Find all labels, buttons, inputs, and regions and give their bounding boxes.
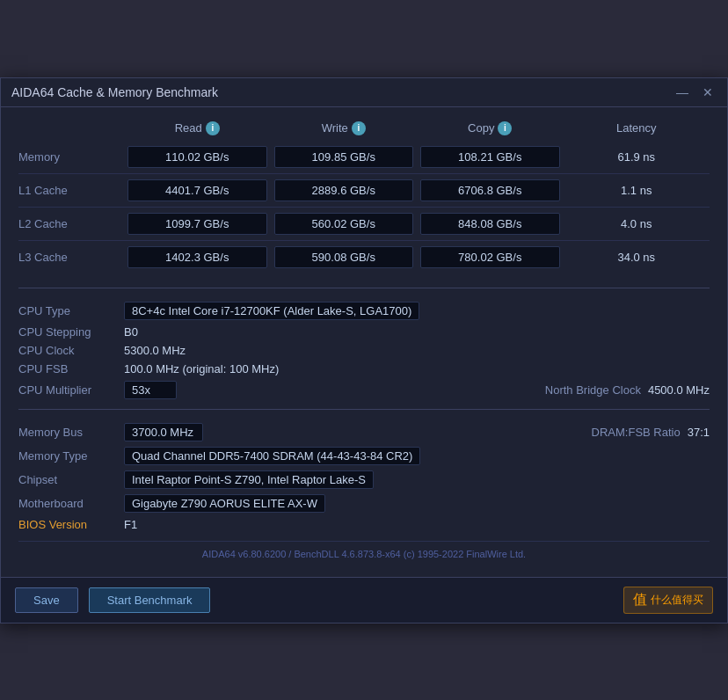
dram-fsb-value: 37:1 xyxy=(688,426,710,439)
window-controls: — ✕ xyxy=(673,86,717,98)
memory-bus-left: Memory Bus 3700.0 MHz xyxy=(18,423,592,441)
table-row-l1: L1 Cache 4401.7 GB/s 2889.6 GB/s 6706.8 … xyxy=(18,174,710,208)
cpu-multiplier-label: CPU Multiplier xyxy=(18,383,124,397)
memory-copy: 108.21 GB/s xyxy=(420,146,560,168)
cpu-clock-label: CPU Clock xyxy=(18,344,124,357)
save-button[interactable]: Save xyxy=(15,587,78,613)
cpu-fsb-row: CPU FSB 100.0 MHz (original: 100 MHz) xyxy=(18,360,710,378)
north-bridge-right: North Bridge Clock 4500.0 MHz xyxy=(545,383,710,397)
bios-value: F1 xyxy=(124,518,137,531)
l1-write: 2889.6 GB/s xyxy=(274,179,414,201)
memory-latency: 61.9 ns xyxy=(564,147,710,167)
read-info-icon[interactable]: i xyxy=(206,121,220,135)
memory-bus-label: Memory Bus xyxy=(18,426,124,439)
memory-type-label: Memory Type xyxy=(18,449,124,463)
chipset-value: Intel Raptor Point-S Z790, Intel Raptor … xyxy=(124,470,374,489)
memory-bus-row: Memory Bus 3700.0 MHz DRAM:FSB Ratio 37:… xyxy=(18,420,710,444)
table-row-l3: L3 Cache 1402.3 GB/s 590.08 GB/s 780.02 … xyxy=(18,241,710,273)
bottom-bar: Save Start Benchmark 值 什么值得买 xyxy=(1,577,727,623)
header-read: Read i xyxy=(124,121,271,135)
cpu-type-value: 8C+4c Intel Core i7-12700KF (Alder Lake-… xyxy=(124,302,419,320)
footer-text: AIDA64 v6.80.6200 / BenchDLL 4.6.873.8-x… xyxy=(18,541,710,563)
main-window: AIDA64 Cache & Memory Benchmark — ✕ Read… xyxy=(0,77,728,623)
motherboard-row: Motherboard Gigabyte Z790 AORUS ELITE AX… xyxy=(18,492,710,515)
header-write: Write i xyxy=(271,121,418,135)
cpu-type-row: CPU Type 8C+4c Intel Core i7-12700KF (Al… xyxy=(18,299,710,323)
motherboard-value: Gigabyte Z790 AORUS ELITE AX-W xyxy=(124,494,325,513)
title-bar: AIDA64 Cache & Memory Benchmark — ✕ xyxy=(1,78,727,107)
watermark-badge: 值 什么值得买 xyxy=(623,587,713,614)
memory-type-row: Memory Type Quad Channel DDR5-7400 SDRAM… xyxy=(18,444,710,468)
cpu-fsb-value: 100.0 MHz (original: 100 MHz) xyxy=(124,362,279,376)
watermark-text: 什么值得买 xyxy=(651,593,703,608)
l2-copy: 848.08 GB/s xyxy=(420,213,560,235)
watermark-icon: 值 xyxy=(633,591,647,609)
memory-info-section: Memory Bus 3700.0 MHz DRAM:FSB Ratio 37:… xyxy=(18,409,710,534)
main-content: Read i Write i Copy i Latency Memory 110… xyxy=(1,107,727,577)
bios-label: BIOS Version xyxy=(18,518,124,531)
l3-copy: 780.02 GB/s xyxy=(420,246,560,268)
l1-copy: 6706.8 GB/s xyxy=(420,179,560,201)
l2-write: 560.02 GB/s xyxy=(274,213,414,235)
bottom-buttons: Save Start Benchmark xyxy=(15,587,210,613)
bios-row: BIOS Version F1 xyxy=(18,515,710,534)
header-copy: Copy i xyxy=(417,121,564,135)
copy-info-icon[interactable]: i xyxy=(498,121,512,135)
motherboard-label: Motherboard xyxy=(18,497,124,510)
benchmark-table: Read i Write i Copy i Latency Memory 110… xyxy=(18,121,710,273)
chipset-row: Chipset Intel Raptor Point-S Z790, Intel… xyxy=(18,468,710,492)
north-bridge-label: North Bridge Clock xyxy=(545,383,641,397)
table-row-l2: L2 Cache 1099.7 GB/s 560.02 GB/s 848.08 … xyxy=(18,208,710,241)
l3-write: 590.08 GB/s xyxy=(274,246,414,268)
window-title: AIDA64 Cache & Memory Benchmark xyxy=(11,85,218,99)
cpu-info-section: CPU Type 8C+4c Intel Core i7-12700KF (Al… xyxy=(18,288,710,402)
north-bridge-value: 4500.0 MHz xyxy=(648,383,710,397)
cpu-stepping-value: B0 xyxy=(124,325,138,339)
header-latency: Latency xyxy=(564,121,710,135)
l3-latency: 34.0 ns xyxy=(564,247,710,267)
cpu-stepping-row: CPU Stepping B0 xyxy=(18,323,710,341)
cpu-clock-row: CPU Clock 5300.0 MHz xyxy=(18,341,710,360)
l1-label: L1 Cache xyxy=(18,184,124,197)
l2-latency: 4.0 ns xyxy=(564,214,710,234)
l3-read: 1402.3 GB/s xyxy=(127,246,267,268)
l2-label: L2 Cache xyxy=(18,217,124,230)
memory-bus-value: 3700.0 MHz xyxy=(124,423,203,441)
table-header-row: Read i Write i Copy i Latency xyxy=(18,121,710,135)
chipset-label: Chipset xyxy=(18,473,124,486)
memory-write: 109.85 GB/s xyxy=(274,146,414,168)
cpu-fsb-label: CPU FSB xyxy=(18,362,124,376)
cpu-type-label: CPU Type xyxy=(18,304,124,317)
cpu-multiplier-row: CPU Multiplier 53x North Bridge Clock 45… xyxy=(18,378,710,402)
l1-read: 4401.7 GB/s xyxy=(127,179,267,201)
start-benchmark-button[interactable]: Start Benchmark xyxy=(89,587,211,613)
memory-read: 110.02 GB/s xyxy=(127,146,267,168)
l2-read: 1099.7 GB/s xyxy=(127,213,267,235)
l1-latency: 1.1 ns xyxy=(564,180,710,201)
memory-label: Memory xyxy=(18,150,124,164)
memory-type-value: Quad Channel DDR5-7400 SDRAM (44-43-43-8… xyxy=(124,447,420,465)
cpu-multiplier-value: 53x xyxy=(124,381,177,399)
dram-fsb-label: DRAM:FSB Ratio xyxy=(592,426,681,439)
cpu-multiplier-left: CPU Multiplier 53x xyxy=(18,381,545,399)
minimize-button[interactable]: — xyxy=(673,86,692,98)
l3-label: L3 Cache xyxy=(18,251,124,264)
cpu-clock-value: 5300.0 MHz xyxy=(124,344,186,357)
write-info-icon[interactable]: i xyxy=(352,121,366,135)
table-row-memory: Memory 110.02 GB/s 109.85 GB/s 108.21 GB… xyxy=(18,141,710,174)
close-button[interactable]: ✕ xyxy=(699,86,717,98)
dram-fsb-right: DRAM:FSB Ratio 37:1 xyxy=(592,426,710,439)
cpu-stepping-label: CPU Stepping xyxy=(18,325,124,339)
